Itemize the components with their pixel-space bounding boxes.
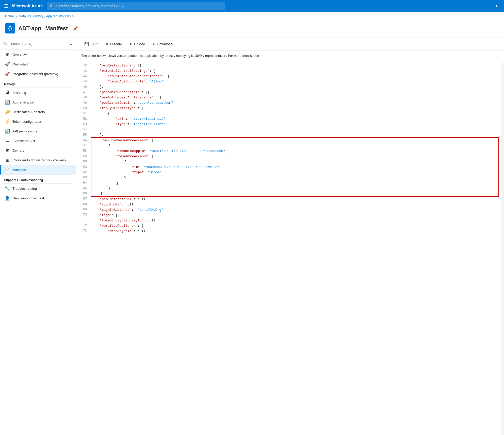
save-button[interactable]: 💾 Save [81,40,102,48]
branding-icon: 🖼 [5,90,10,95]
integration-icon: 🚀 [5,71,10,76]
sidebar-item-label: Owners [12,149,24,152]
sidebar-item-label: Authentication [12,100,34,104]
token-icon: ⚡ [5,119,10,124]
sidebar-item-label: Quickstart [12,62,28,66]
sidebar: 🔍 « ⊞ Overview 🚀 Quickstart 🚀 Integratio… [0,38,76,435]
global-search-input[interactable] [56,4,222,8]
sidebar-item-overview[interactable]: ⊞ Overview [0,50,76,59]
discard-button[interactable]: ✕ Discard [103,40,125,48]
breadcrumb-home[interactable]: Home [5,14,14,18]
pin-icon[interactable]: 📌 [73,26,78,31]
sidebar-item-label: Branding [12,91,26,95]
manage-nav-items: 🖼 Branding 🔄 Authentication 🔑 Certificat… [0,88,76,175]
sidebar-search-area: 🔍 « [0,38,76,50]
page-header: {} ADT-app | Manifest 📌 [0,20,504,38]
app-icon: {} [5,23,15,33]
sidebar-item-token[interactable]: ⚡ Token configuration [0,117,76,126]
breadcrumb-directory[interactable]: Default Directory | App registrations [19,14,71,18]
sidebar-search-input[interactable] [9,41,67,47]
brand-name: Microsoft Azure [12,4,43,8]
sidebar-item-label: Troubleshooting [12,187,37,190]
sidebar-item-label: Overview [12,53,27,57]
hamburger-icon[interactable]: ☰ [4,3,8,9]
support-request-icon: 👤 [5,196,10,201]
manifest-icon: 📄 [5,167,10,172]
search-icon: 🔍 [50,4,54,8]
overview-icon: ⊞ [5,52,10,57]
sidebar-item-label: Manifest [12,168,26,172]
manifest-toolbar: 💾 Save ✕ Discard ⬆ Upload ⬇ Download [76,38,504,51]
sidebar-item-label: Roles and administrators (Preview) [12,158,66,162]
sidebar-item-troubleshooting[interactable]: 🔧 Troubleshooting [0,184,76,193]
sidebar-item-authentication[interactable]: 🔄 Authentication [0,97,76,107]
support-section-header: Support + Troubleshooting [0,175,76,183]
sidebar-item-label: Certificates & secrets [12,110,45,114]
breadcrumb-sep1: > [15,14,18,18]
manage-section-header: Manage [0,79,76,88]
sidebar-item-integration[interactable]: 🚀 Integration assistant (preview) [0,69,76,79]
sidebar-item-branding[interactable]: 🖼 Branding [0,88,76,97]
sidebar-item-label: Expose an API [12,139,35,143]
code-lines: "orgRestrictions": [], "parentalControlS… [89,63,501,435]
quickstart-icon: 🚀 [5,62,10,67]
api-permissions-icon: 🔄 [5,129,10,134]
troubleshooting-icon: 🔧 [5,186,10,191]
main-layout: 🔍 « ⊞ Overview 🚀 Quickstart 🚀 Integratio… [0,38,504,435]
sidebar-item-quickstart[interactable]: 🚀 Quickstart [0,59,76,69]
sidebar-item-owners[interactable]: ⊞ Owners [0,146,76,155]
top-navbar: ☰ Microsoft Azure 🔍 >_ [0,0,504,12]
upload-icon: ⬆ [129,42,133,46]
discard-icon: ✕ [106,42,109,46]
sidebar-item-roles[interactable]: ⊞ Roles and administrators (Preview) [0,155,76,165]
save-icon: 💾 [84,42,89,46]
sidebar-search-icon: 🔍 [3,42,7,46]
sidebar-nav-items: ⊞ Overview 🚀 Quickstart 🚀 Integration as… [0,50,76,79]
expose-api-icon: ☁ [5,138,10,143]
authentication-icon: 🔄 [5,100,10,105]
sidebar-collapse-button[interactable]: « [69,40,73,47]
code-editor[interactable]: 4243444546474849505152535455565758596061… [76,61,504,435]
breadcrumb: Home > Default Directory | App registrat… [0,12,504,20]
line-numbers: 4243444546474849505152535455565758596061… [76,63,89,435]
breadcrumb-sep2: > [72,14,74,18]
sidebar-item-label: Integration assistant (preview) [12,72,58,76]
sidebar-item-api-permissions[interactable]: 🔄 API permissions [0,126,76,136]
certificates-icon: 🔑 [5,109,10,114]
sidebar-item-label: API permissions [12,129,37,133]
sidebar-item-expose-api[interactable]: ☁ Expose an API [0,136,76,146]
top-nav-right: >_ [495,4,500,8]
sidebar-item-certificates[interactable]: 🔑 Certificates & secrets [0,107,76,117]
global-search-bar[interactable]: 🔍 [47,2,224,10]
scrollbar[interactable] [501,63,504,435]
editor-description: The editor below allows you to update th… [76,51,504,61]
sidebar-item-new-support[interactable]: 👤 New support request [0,193,76,203]
download-icon: ⬇ [152,42,156,46]
content-area: 💾 Save ✕ Discard ⬆ Upload ⬇ Download The… [76,38,504,435]
download-label: Download [157,42,173,46]
sidebar-item-label: New support request [12,196,44,200]
page-title: ADT-app | Manifest [18,25,68,32]
discard-label: Discard [110,42,122,46]
save-label: Save [90,42,99,46]
upload-button[interactable]: ⬆ Upload [126,40,148,48]
support-nav-items: 🔧 Troubleshooting 👤 New support request [0,184,76,203]
cloud-shell-icon[interactable]: >_ [495,4,500,8]
roles-icon: ⊞ [5,158,10,163]
download-button[interactable]: ⬇ Download [149,40,176,48]
sidebar-item-manifest[interactable]: 📄 Manifest [0,165,76,175]
sidebar-item-label: Token configuration [12,120,42,124]
owners-icon: ⊞ [5,148,10,153]
upload-label: Upload [134,42,145,46]
